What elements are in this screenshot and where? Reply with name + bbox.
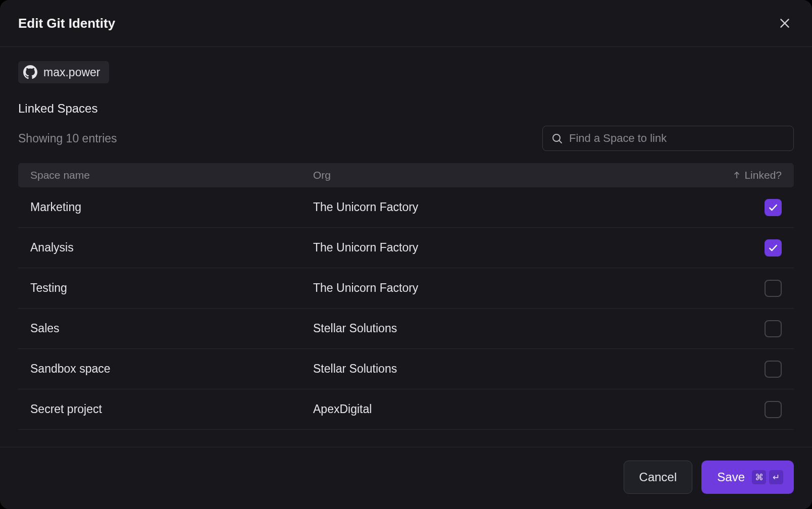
save-button[interactable]: Save ⌘ ↵ — [701, 461, 794, 494]
linked-checkbox[interactable] — [765, 361, 782, 378]
cell-space-name: Sales — [30, 322, 313, 335]
table-row: AnalysisThe Unicorn Factory — [18, 228, 794, 268]
modal-footer: Cancel Save ⌘ ↵ — [0, 447, 812, 509]
spaces-table: Space name Org Linked? MarketingThe Unic… — [18, 163, 794, 447]
shortcut-key-cmd: ⌘ — [752, 470, 766, 484]
table-row: TestingThe Unicorn Factory — [18, 268, 794, 309]
cancel-button-label: Cancel — [639, 470, 677, 484]
sort-ascending-icon — [732, 171, 741, 180]
svg-line-3 — [560, 141, 562, 143]
cell-linked — [661, 361, 782, 378]
cell-org: Stellar Solutions — [313, 362, 661, 376]
cell-space-name: Analysis — [30, 241, 313, 254]
cell-linked — [661, 239, 782, 257]
cell-linked — [661, 401, 782, 418]
column-header-linked-label: Linked? — [744, 169, 782, 181]
table-row: MarketingThe Unicorn Factory — [18, 187, 794, 228]
space-search-field[interactable] — [542, 126, 794, 151]
edit-git-identity-modal: Edit Git Identity max.power Linked Space… — [0, 0, 812, 509]
column-header-space-name[interactable]: Space name — [30, 169, 313, 181]
space-search-input[interactable] — [569, 132, 785, 145]
cell-org: The Unicorn Factory — [313, 200, 661, 214]
linked-checkbox[interactable] — [765, 280, 782, 297]
cancel-button[interactable]: Cancel — [624, 461, 693, 494]
column-header-linked[interactable]: Linked? — [661, 169, 782, 181]
table-toolbar: Showing 10 entries — [18, 126, 794, 151]
cell-org: Stellar Solutions — [313, 322, 661, 335]
github-icon — [23, 65, 37, 79]
column-header-org[interactable]: Org — [313, 169, 661, 181]
close-icon — [778, 17, 791, 30]
cell-org: The Unicorn Factory — [313, 241, 661, 254]
modal-header: Edit Git Identity — [0, 0, 812, 47]
git-identity-chip[interactable]: max.power — [18, 61, 109, 83]
table-row: Sandbox spaceStellar Solutions — [18, 349, 794, 389]
cell-org: ApexDigital — [313, 402, 661, 416]
table-row: Secret projectApexDigital — [18, 389, 794, 430]
shortcut-key-enter: ↵ — [769, 470, 783, 484]
check-icon — [768, 202, 778, 213]
cell-linked — [661, 320, 782, 337]
entries-count-label: Showing 10 entries — [18, 132, 117, 145]
cell-org: The Unicorn Factory — [313, 281, 661, 295]
table-row: SalesStellar Solutions — [18, 309, 794, 349]
linked-checkbox[interactable] — [765, 320, 782, 337]
linked-checkbox[interactable] — [765, 401, 782, 418]
modal-title: Edit Git Identity — [18, 16, 115, 31]
table-header-row: Space name Org Linked? — [18, 163, 794, 187]
cell-space-name: Sandbox space — [30, 362, 313, 376]
svg-point-2 — [553, 134, 560, 141]
cell-space-name: Secret project — [30, 402, 313, 416]
search-icon — [551, 132, 563, 144]
linked-spaces-heading: Linked Spaces — [18, 101, 794, 116]
save-button-label: Save — [717, 470, 745, 484]
cell-linked — [661, 199, 782, 216]
cell-space-name: Testing — [30, 281, 313, 295]
save-shortcut: ⌘ ↵ — [752, 470, 783, 484]
cell-linked — [661, 280, 782, 297]
cell-space-name: Marketing — [30, 200, 313, 214]
check-icon — [768, 243, 778, 253]
linked-checkbox[interactable] — [765, 199, 782, 216]
close-button[interactable] — [776, 14, 794, 32]
modal-body: max.power Linked Spaces Showing 10 entri… — [0, 47, 812, 447]
git-identity-username: max.power — [43, 66, 100, 79]
table-body: MarketingThe Unicorn FactoryAnalysisThe … — [18, 187, 794, 447]
linked-checkbox[interactable] — [765, 239, 782, 257]
